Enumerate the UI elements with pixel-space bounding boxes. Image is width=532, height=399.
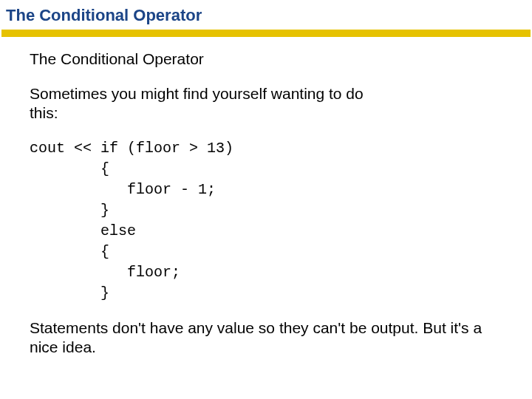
intro-text: Sometimes you might find yourself wantin… — [30, 84, 384, 123]
content-area: The Conditional Operator Sometimes you m… — [0, 37, 532, 357]
code-block: cout << if (floor > 13) { floor - 1; } e… — [30, 138, 502, 304]
closing-text: Statements don't have any value so they … — [30, 318, 488, 358]
header: The Conditional Operator — [0, 0, 532, 30]
accent-bar — [1, 30, 531, 37]
slide: The Conditional Operator The Conditional… — [0, 0, 532, 399]
page-title: The Conditional Operator — [6, 6, 526, 25]
subtitle: The Conditional Operator — [30, 50, 502, 68]
